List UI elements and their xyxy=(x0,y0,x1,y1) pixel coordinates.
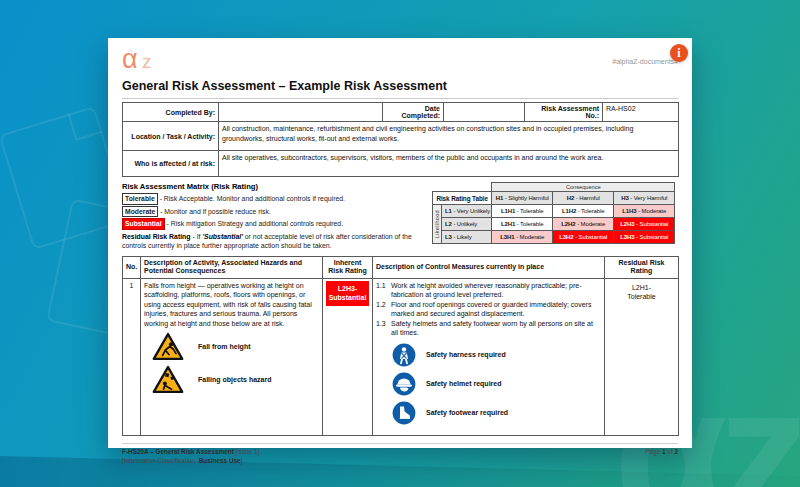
risk-assessment-no-value: RA-HS02 xyxy=(603,103,679,122)
document-tag: #alphaZ-documents# xyxy=(612,58,678,65)
hazard-falling-objects: Falling objects hazard xyxy=(152,365,319,394)
alphaz-logo: α®z xyxy=(122,46,152,73)
control-item: 1.2Floor and roof openings covered or gu… xyxy=(376,300,601,319)
who-affected-label: Who is affected / at risk: xyxy=(123,151,219,177)
inherent-rating-cell: L2H3- Substantial xyxy=(323,278,373,435)
safety-footwear-icon xyxy=(392,401,416,425)
row-number: 1 xyxy=(123,278,141,435)
legend-item-moderate: Moderate - Monitor and if possible reduc… xyxy=(122,206,428,218)
fall-from-height-icon xyxy=(152,332,184,361)
matrix-cell-l1h2: L1H2 - Tolerable xyxy=(553,205,614,218)
control-measures-cell: 1.1Work at height avoided wherever reaso… xyxy=(373,278,605,435)
registered-mark: ® xyxy=(129,49,133,55)
matrix-cell-l2h2: L2H2 - Moderate xyxy=(553,218,614,231)
moderate-chip: Moderate xyxy=(122,206,158,218)
residual-rating-value: L2H1- Tolerable xyxy=(608,281,675,302)
assessment-info-table: Completed By: Date Completed: Risk Asses… xyxy=(122,102,679,177)
footer-page-number: Page 1 of 2 xyxy=(645,447,678,465)
who-affected-value: All site operatives, subcontractors, sup… xyxy=(219,151,679,177)
col-header-controls: Description of Control Measures currentl… xyxy=(373,256,605,278)
date-completed-field[interactable] xyxy=(444,103,525,122)
info-icon[interactable]: i xyxy=(670,44,688,62)
col-header-no: No. xyxy=(123,256,141,278)
inherent-rating-badge: L2H3- Substantial xyxy=(326,281,369,306)
matrix-cell-l3h2: L3H2 - Substantial xyxy=(553,231,614,244)
residual-risk-note: Residual Risk Rating - If 'Substantial' … xyxy=(122,232,428,250)
risk-assessment-table: No. Description of Activity, Associated … xyxy=(122,256,679,436)
hazard-description-cell: Falls from height — operatives working a… xyxy=(141,278,323,435)
l1-row-label: L1 - Very Unlikely xyxy=(442,205,492,218)
ppe-safety-footwear: Safety footwear required xyxy=(392,401,601,425)
risk-matrix-legend: Risk Assessment Matrix (Risk Rating) Tol… xyxy=(122,182,428,250)
page-title: General Risk Assessment – Example Risk A… xyxy=(122,79,678,99)
risk-assessment-no-label: Risk Assessment No.: xyxy=(525,103,603,122)
consequence-header: Consequence xyxy=(492,183,675,192)
location-task-activity-value: All construction, maintenance, refurbish… xyxy=(219,122,679,151)
control-item: 1.1Work at height avoided wherever reaso… xyxy=(376,281,601,300)
legend-item-tolerable: Tolerable - Risk Acceptable. Monitor and… xyxy=(122,193,428,205)
matrix-cell-l2h3: L2H3 - Substantial xyxy=(614,218,675,231)
col-header-inherent: Inherent Risk Rating xyxy=(323,256,373,278)
control-item: 1.3Safety helmets and safety footwear wo… xyxy=(376,319,601,338)
h2-header: H2 - Harmful xyxy=(553,192,614,205)
footer-document-reference: F-HS20A – General Risk Assessment [issue… xyxy=(122,447,259,465)
l3-row-label: L3 - Likely xyxy=(442,231,492,244)
ppe-safety-harness: Safety harness required xyxy=(392,343,601,367)
risk-rating-table: Consequence Risk Rating Table H1 - Sligh… xyxy=(432,182,675,244)
hazard-fall-from-height: Fall from height xyxy=(152,332,319,361)
legend-item-substantial: Substantial - Risk mitigation Strategy a… xyxy=(122,218,428,230)
col-header-description: Description of Activity, Associated Haza… xyxy=(141,256,323,278)
completed-by-label: Completed By: xyxy=(123,103,219,122)
likelihood-axis-label: Likelihood xyxy=(433,205,442,244)
matrix-cell-l2h1: L2H1 - Tolerable xyxy=(492,218,553,231)
falling-objects-icon xyxy=(152,365,184,394)
col-header-residual: Residual Risk Rating xyxy=(605,256,679,278)
h3-header: H3 - Very Harmful xyxy=(614,192,675,205)
document-page: α®z #alphaZ-documents# General Risk Asse… xyxy=(108,38,692,448)
matrix-cell-l1h1: L1H1 - Tolerable xyxy=(492,205,553,218)
risk-rating-table-label: Risk Rating Table xyxy=(433,192,492,205)
risk-matrix-heading: Risk Assessment Matrix (Risk Rating) xyxy=(122,182,428,191)
matrix-cell-l3h1: L3H1 - Moderate xyxy=(492,231,553,244)
safety-helmet-icon xyxy=(392,372,416,396)
location-task-activity-label: Location / Task / Activity: xyxy=(123,122,219,151)
completed-by-field[interactable] xyxy=(219,103,383,122)
matrix-cell-l3h3: L3H3 - Substantial xyxy=(614,231,675,244)
h1-header: H1 - Slightly Harmful xyxy=(492,192,553,205)
tolerable-chip: Tolerable xyxy=(122,193,158,205)
date-completed-label: Date Completed: xyxy=(383,103,444,122)
l2-row-label: L2 - Unlikely xyxy=(442,218,492,231)
safety-harness-icon xyxy=(392,343,416,367)
matrix-cell-l1h3: L1H3 - Moderate xyxy=(614,205,675,218)
ppe-safety-helmet: Safety helmet required xyxy=(392,372,601,396)
residual-rating-cell: L2H1- Tolerable xyxy=(605,278,679,435)
hazard-description: Falls from height — operatives working a… xyxy=(144,281,319,329)
substantial-chip: Substantial xyxy=(122,218,165,230)
